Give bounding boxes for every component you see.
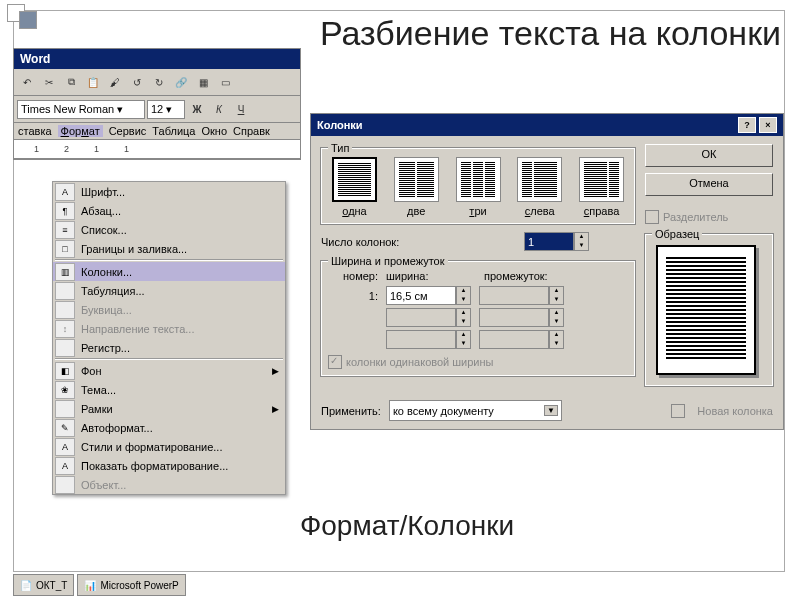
menu-item-label: Направление текста...: [81, 323, 194, 335]
font-name-select[interactable]: Times New Roman ▾: [17, 100, 145, 119]
close-button[interactable]: ×: [759, 117, 777, 133]
menu-item-icon: A: [55, 457, 75, 475]
menu-item-label: Буквица...: [81, 304, 132, 316]
italic-icon[interactable]: К: [209, 99, 229, 119]
col-width-label: ширина:: [386, 270, 476, 282]
menu-item-icon: [55, 339, 75, 357]
hyperlink-icon[interactable]: 🔗: [171, 72, 191, 92]
preset-две[interactable]: две: [390, 157, 443, 217]
menu-item-label: Рамки: [81, 403, 113, 415]
preview-group: Образец: [645, 234, 773, 386]
col-number-label: номер:: [328, 270, 378, 282]
cut-icon[interactable]: ✂: [39, 72, 59, 92]
menu-item[interactable]: AШрифт...: [53, 182, 285, 201]
font-size-select[interactable]: 12 ▾: [147, 100, 185, 119]
menu-item[interactable]: ❀Тема...: [53, 380, 285, 399]
preset-слева[interactable]: слева: [513, 157, 566, 217]
help-button[interactable]: ?: [738, 117, 756, 133]
menu-help[interactable]: Справк: [233, 125, 270, 137]
menu-item-label: Список...: [81, 224, 127, 236]
table-icon[interactable]: ▦: [193, 72, 213, 92]
menu-item[interactable]: ◧Фон▶: [53, 361, 285, 380]
menu-item[interactable]: ¶Абзац...: [53, 201, 285, 220]
cancel-button[interactable]: Отмена: [645, 173, 773, 196]
menu-format[interactable]: Формат: [58, 125, 103, 137]
menu-item-label: Абзац...: [81, 205, 121, 217]
menu-item[interactable]: AПоказать форматирование...: [53, 456, 285, 475]
width-1-input[interactable]: [386, 286, 456, 305]
menu-item[interactable]: □Границы и заливка...: [53, 239, 285, 258]
count-spinner[interactable]: ▲▼: [524, 232, 589, 251]
menu-item-icon: A: [55, 183, 75, 201]
menu-item-icon: [55, 301, 75, 319]
preset-label: три: [452, 205, 505, 217]
menu-item[interactable]: ✎Автоформат...: [53, 418, 285, 437]
menu-item-label: Регистр...: [81, 342, 130, 354]
equal-width-label: колонки одинаковой ширины: [346, 356, 494, 368]
preset-справа[interactable]: справа: [575, 157, 628, 217]
menu-item-label: Колонки...: [81, 266, 132, 278]
row1-num: 1:: [328, 290, 378, 302]
count-label: Число колонок:: [321, 236, 399, 248]
columns-dialog: Колонки ? × Тип однадветрислевасправа Чи…: [310, 113, 784, 430]
equal-width-checkbox: [328, 355, 342, 369]
taskbar-item[interactable]: 📊Microsoft PowerP: [77, 574, 185, 596]
width-3-input: [386, 330, 456, 349]
copy-icon[interactable]: ⧉: [61, 72, 81, 92]
menu-item[interactable]: Табуляция...: [53, 281, 285, 300]
menu-item-icon: [55, 400, 75, 418]
preset-три[interactable]: три: [452, 157, 505, 217]
menu-table[interactable]: Таблица: [152, 125, 195, 137]
gap-1-input: [479, 286, 549, 305]
word-window: Word ↶ ✂ ⧉ 📋 🖌 ↺ ↻ 🔗 ▦ ▭ Times New Roman…: [13, 48, 301, 160]
apply-select[interactable]: ко всему документу▼: [389, 400, 562, 421]
dialog-titlebar: Колонки ? ×: [311, 114, 783, 136]
preview-label: Образец: [652, 228, 702, 240]
menu-service[interactable]: Сервис: [109, 125, 147, 137]
menu-item-label: Объект...: [81, 479, 126, 491]
menu-item-icon: ◧: [55, 362, 75, 380]
menu-item[interactable]: AСтили и форматирование...: [53, 437, 285, 456]
count-input[interactable]: [524, 232, 574, 251]
format-painter-icon[interactable]: 🖌: [105, 72, 125, 92]
menu-item-icon: □: [55, 240, 75, 258]
font-size-value: 12: [151, 103, 163, 115]
gap-2-input: [479, 308, 549, 327]
undo-icon[interactable]: ↶: [17, 72, 37, 92]
bold-icon[interactable]: Ж: [187, 99, 207, 119]
menu-item-icon: ✎: [55, 419, 75, 437]
decor-square: [19, 11, 37, 29]
menu-item-label: Фон: [81, 365, 102, 377]
menu-item-label: Границы и заливка...: [81, 243, 187, 255]
border-icon[interactable]: ▭: [215, 72, 235, 92]
menu-item-icon: A: [55, 438, 75, 456]
menu-item-icon: ¶: [55, 202, 75, 220]
ok-button[interactable]: ОК: [645, 144, 773, 167]
separator-label: Разделитель: [663, 211, 728, 223]
word-toolbar: ↶ ✂ ⧉ 📋 🖌 ↺ ↻ 🔗 ▦ ▭: [14, 69, 300, 96]
menu-item-icon: ❀: [55, 381, 75, 399]
paste-icon[interactable]: 📋: [83, 72, 103, 92]
menu-item-label: Стили и форматирование...: [81, 441, 222, 453]
type-group: Тип однадветрислевасправа: [321, 148, 635, 224]
menu-item[interactable]: ≡Список...: [53, 220, 285, 239]
word-menubar: ставка Формат Сервис Таблица Окно Справк: [14, 123, 300, 140]
preset-label: две: [390, 205, 443, 217]
menu-item-label: Тема...: [81, 384, 116, 396]
menu-window[interactable]: Окно: [201, 125, 227, 137]
format-dropdown: AШрифт...¶Абзац...≡Список...□Границы и з…: [52, 181, 286, 495]
undo2-icon[interactable]: ↺: [127, 72, 147, 92]
preset-одна[interactable]: одна: [328, 157, 381, 217]
word-ruler: 1211: [14, 140, 300, 159]
menu-insert[interactable]: ставка: [18, 125, 52, 137]
menu-item[interactable]: ▥Колонки...: [53, 262, 285, 281]
underline-icon[interactable]: Ч: [231, 99, 251, 119]
redo-icon[interactable]: ↻: [149, 72, 169, 92]
font-name-value: Times New Roman: [21, 103, 114, 115]
menu-item[interactable]: Рамки▶: [53, 399, 285, 418]
taskbar-item[interactable]: 📄ОКТ_Т: [13, 574, 74, 596]
menu-item-label: Автоформат...: [81, 422, 153, 434]
menu-item[interactable]: Регистр...: [53, 338, 285, 357]
menu-item-icon: ↕: [55, 320, 75, 338]
dialog-title: Колонки: [317, 119, 363, 131]
